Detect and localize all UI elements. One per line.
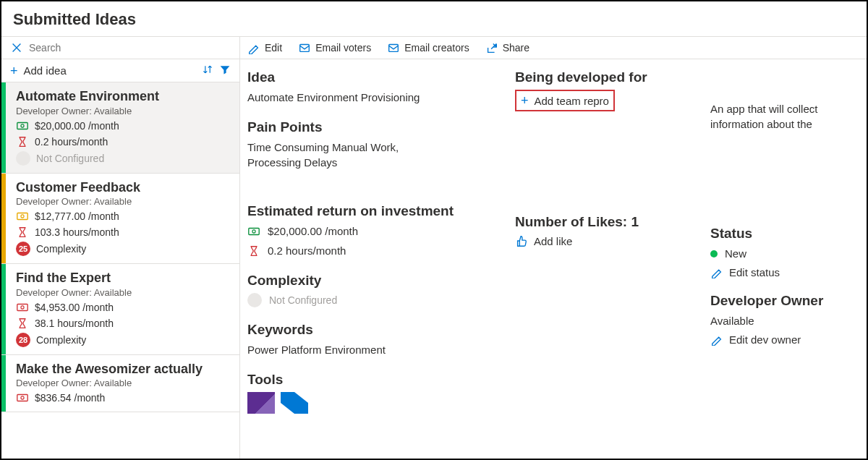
developed-for-heading: Being developed for: [515, 69, 689, 85]
card-complexity: Not Configured: [36, 153, 104, 164]
complexity-badge: [16, 151, 30, 166]
sort-icon[interactable]: [202, 64, 213, 77]
add-team-repro-button[interactable]: + Add team repro: [521, 94, 609, 107]
email-creators-label: Email creators: [404, 42, 469, 54]
edit-label: Edit: [265, 42, 282, 54]
card-owner: Developer Owner: Available: [16, 196, 229, 207]
card-title: Automate Environment: [16, 88, 229, 105]
email-voters-label: Email voters: [315, 42, 371, 54]
add-idea-row: + Add idea: [1, 59, 239, 82]
filter-icon[interactable]: [219, 64, 231, 77]
tools-heading: Tools: [247, 372, 493, 388]
share-button[interactable]: Share: [485, 41, 529, 54]
edit-status-label: Edit status: [729, 266, 780, 278]
card-money: $836.54 /month: [35, 392, 105, 404]
add-idea-label: Add idea: [24, 64, 67, 77]
keywords-heading: Keywords: [247, 322, 493, 338]
dev-owner-heading: Developer Owner: [710, 293, 852, 309]
money-icon: [16, 210, 29, 223]
roi-heading: Estimated return on investment: [247, 203, 493, 219]
status-dot-icon: [710, 250, 718, 257]
pen-icon: [710, 333, 723, 346]
edit-status-button[interactable]: Edit status: [710, 265, 852, 278]
card-money: $4,953.00 /month: [35, 302, 114, 313]
status-value: New: [725, 247, 746, 260]
card-hours: 38.1 hours/month: [35, 318, 114, 329]
edit-button[interactable]: Edit: [247, 41, 282, 54]
mail-icon: [387, 41, 400, 54]
tool-tiles: [247, 392, 493, 414]
pain-points-heading: Pain Points: [247, 119, 493, 135]
money-icon: [16, 391, 29, 404]
hourglass-icon: [16, 317, 29, 330]
hourglass-icon: [247, 244, 260, 257]
pen-icon: [247, 41, 260, 54]
share-icon: [485, 41, 498, 54]
detail-toolbar: Edit Email voters Email creators Share: [240, 37, 867, 59]
card-money: $20,000.00 /month: [35, 120, 119, 132]
card-complexity: Complexity: [36, 334, 86, 346]
card-title: Customer Feedback: [16, 179, 229, 196]
idea-list: Automate Environment Developer Owner: Av…: [1, 82, 239, 459]
tool-tile-blue[interactable]: [281, 392, 308, 414]
money-icon: [16, 119, 29, 132]
add-like-button[interactable]: Add like: [515, 234, 689, 247]
idea-card[interactable]: Automate Environment Developer Owner: Av…: [1, 82, 239, 174]
idea-card[interactable]: Find the Expert Developer Owner: Availab…: [1, 264, 239, 355]
clear-search-icon[interactable]: [10, 41, 23, 54]
add-team-repro-highlight: + Add team repro: [515, 90, 615, 111]
keywords-value: Power Platform Environment: [247, 342, 493, 357]
card-title: Find the Expert: [16, 270, 229, 286]
status-heading: Status: [710, 226, 852, 242]
thumbs-up-icon: [515, 234, 528, 247]
detail-panel: Edit Email voters Email creators Share A…: [240, 37, 867, 459]
share-label: Share: [503, 42, 529, 54]
complexity-badge-icon: [247, 293, 262, 307]
likes-heading: Number of Likes: 1: [515, 214, 689, 230]
card-money: $12,777.00 /month: [35, 210, 119, 222]
pain-points-value: Time Consuming Manual Work, Processing D…: [247, 140, 435, 170]
card-owner: Developer Owner: Available: [16, 106, 229, 116]
complexity-heading: Complexity: [247, 273, 493, 289]
hourglass-icon: [16, 226, 29, 239]
idea-value: Automate Environment Provisioning: [247, 90, 493, 105]
money-icon: [247, 225, 260, 238]
card-owner: Developer Owner: Available: [16, 287, 229, 298]
mail-icon: [298, 41, 311, 54]
add-like-label: Add like: [534, 235, 572, 247]
email-voters-button[interactable]: Email voters: [298, 41, 371, 54]
search-input[interactable]: [29, 42, 231, 54]
page-title: Submitted Ideas: [13, 10, 855, 29]
idea-card[interactable]: Make the Awesomizer actually Developer O…: [1, 355, 239, 413]
pen-icon: [710, 265, 723, 278]
add-team-repro-label: Add team repro: [535, 95, 609, 107]
tool-tile-purple[interactable]: [247, 392, 275, 414]
card-hours: 0.2 hours/month: [35, 136, 108, 148]
complexity-badge: 25: [16, 242, 30, 256]
search-row[interactable]: [1, 37, 239, 59]
plus-icon: +: [521, 94, 529, 107]
card-owner: Developer Owner: Available: [16, 378, 229, 388]
roi-money: $20,000.00 /month: [268, 223, 358, 239]
sidebar: + Add idea Automate Environment Develope…: [1, 37, 240, 459]
add-idea-button[interactable]: + Add idea: [10, 64, 196, 77]
money-icon: [16, 301, 29, 314]
complexity-badge: 28: [16, 333, 30, 347]
dev-owner-value: Available: [710, 313, 852, 328]
idea-heading: Idea: [247, 69, 493, 85]
email-creators-button[interactable]: Email creators: [387, 41, 469, 54]
page-header: Submitted Ideas: [1, 1, 867, 37]
description-text: An app that will collect information abo…: [710, 101, 855, 132]
edit-dev-owner-label: Edit dev owner: [729, 333, 801, 346]
card-hours: 103.3 hours/month: [35, 226, 119, 238]
hourglass-icon: [16, 135, 29, 148]
card-title: Make the Awesomizer actually: [16, 361, 229, 378]
edit-dev-owner-button[interactable]: Edit dev owner: [710, 333, 852, 346]
plus-icon: +: [10, 64, 18, 77]
roi-hours: 0.2 hours/month: [268, 243, 346, 258]
complexity-value: Not Configured: [269, 294, 337, 306]
idea-card[interactable]: Customer Feedback Developer Owner: Avail…: [1, 174, 239, 265]
card-complexity: Complexity: [36, 243, 86, 255]
